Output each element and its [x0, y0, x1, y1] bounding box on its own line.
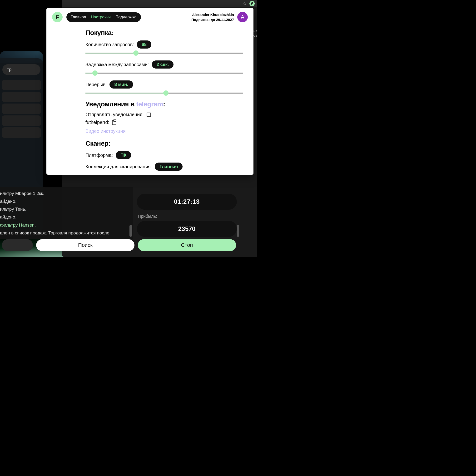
platform-label: Платформа: — [85, 153, 113, 158]
log-line: ильтру Mbappe 1.2кк. — [0, 189, 133, 197]
avatar[interactable]: A — [237, 12, 248, 22]
list-item[interactable] — [2, 103, 41, 114]
tab-settings[interactable]: Настройки — [91, 15, 111, 19]
collection-value[interactable]: Главная — [155, 163, 183, 171]
section-notifications-title: Уведомления в telegram: — [85, 101, 243, 108]
log-line: влен в список продаж. Торговля продолжит… — [0, 229, 133, 237]
platform-value[interactable]: ПК — [116, 151, 131, 159]
break-value: 8 мин. — [109, 81, 133, 88]
settings-body: Покупка: Количество запросов: 68 Задержк… — [52, 29, 248, 171]
video-instruction-link[interactable]: Видео инструкция — [85, 129, 243, 134]
send-notifications-label: Отправлять уведомления: — [85, 112, 144, 117]
tab-home[interactable]: Главная — [71, 15, 86, 19]
requests-slider[interactable] — [85, 50, 243, 56]
extension-icon[interactable]: F — [249, 1, 255, 6]
tab-support[interactable]: Поддержка — [116, 15, 136, 19]
user-name: Alexander Khudolozhkin — [191, 12, 234, 17]
requests-label: Количество запросов: — [85, 42, 134, 47]
bottom-action-bar: Поиск Стоп — [0, 238, 238, 252]
stats-panel: 01:27:13 Прибыль: 23570 — [137, 191, 237, 239]
stop-button[interactable]: Стоп — [138, 239, 236, 251]
log-line: айдено. — [0, 197, 133, 205]
section-purchase-title: Покупка: — [85, 29, 243, 37]
telegram-link[interactable]: telegram — [136, 101, 163, 108]
collection-label: Коллекция для сканирования: — [85, 164, 152, 170]
list-item[interactable] — [2, 92, 41, 102]
log-line: айдено. — [0, 213, 133, 221]
send-notifications-checkbox[interactable] — [147, 113, 151, 117]
bookmark-star-icon[interactable]: ☆ — [243, 1, 247, 6]
list-item[interactable] — [2, 116, 41, 126]
profit-label: Прибыль: — [138, 214, 237, 219]
log-line: фильтру Hansen. — [0, 221, 133, 229]
log-panel: ильтру Mbappe 1.2кк.айдено.ильтру Тень.а… — [0, 187, 133, 239]
delay-slider[interactable] — [85, 70, 243, 76]
section-scanner-title: Сканер: — [85, 140, 243, 147]
profit-value: 23570 — [137, 221, 237, 237]
sidebar-list — [0, 80, 43, 138]
log-line: ильтру Тень. — [0, 205, 133, 213]
break-slider[interactable] — [85, 90, 243, 96]
search-button[interactable]: Поиск — [36, 239, 135, 251]
delay-value: 2 сек. — [152, 60, 174, 68]
browser-toolbar: ☆ F — [62, 0, 257, 7]
subscription-info: Подписка: до 29.11.2027 — [191, 17, 234, 22]
break-label: Перерыв: — [85, 82, 107, 87]
delay-label: Задержка между запросами: — [85, 62, 149, 67]
timer-value: 01:27:13 — [137, 194, 237, 210]
popup-header: F Главная Настройки Поддержка Alexander … — [52, 12, 248, 22]
futhelper-id-label: futhelperId: — [85, 120, 109, 125]
filter-button[interactable]: тр — [2, 64, 40, 75]
scrollbar-thumb[interactable] — [130, 225, 132, 237]
scrollbar-thumb[interactable] — [237, 225, 239, 237]
secondary-button[interactable] — [2, 239, 33, 251]
clipboard-icon[interactable] — [112, 120, 116, 125]
list-item[interactable] — [2, 80, 41, 90]
requests-value: 68 — [137, 40, 151, 49]
settings-popup: F Главная Настройки Поддержка Alexander … — [46, 8, 254, 175]
nav-tabs: Главная Настройки Поддержка — [67, 12, 141, 22]
list-item[interactable] — [2, 127, 41, 138]
app-logo-icon[interactable]: F — [52, 12, 63, 22]
user-info: Alexander Khudolozhkin Подписка: до 29.1… — [191, 12, 234, 22]
